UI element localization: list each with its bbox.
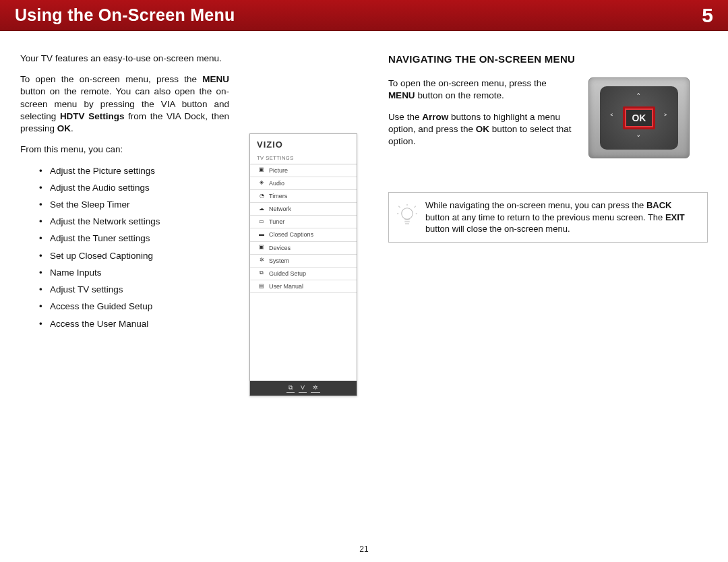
arrow-para: Use the Arrow buttons to highlight a men… [388,111,574,148]
list-item: Set up Closed Captioning [39,250,229,262]
panel-item-label: User Manual [269,282,303,290]
hdtv-settings-bold: HDTV Settings [60,111,125,121]
panel-item-label: Guided Setup [269,270,306,278]
panel-item-label: Audio [269,179,284,187]
panel-item-timers: ◔Timers [250,190,357,203]
dpad: ˄ ˂ OK ˃ ˅ [600,86,678,150]
timer-icon: ◔ [258,193,265,199]
arrow-bold: Arrow [422,112,448,122]
list-item: Adjust the Network settings [39,216,229,228]
panel-item-manual: ▤User Manual [250,280,357,293]
text-fragment: To open the on-screen menu, press the [20,74,202,84]
from-this-menu: From this menu, you can: [20,144,229,156]
network-icon: ☁ [258,206,265,212]
list-item: Adjust TV settings [39,284,229,296]
panel-section-label: TV SETTINGS [250,154,357,164]
panel-item-tuner: ▭Tuner [250,216,357,228]
audio-icon: ◈ [258,180,265,187]
page-title: Using the On-Screen Menu [15,5,235,25]
vizio-logo: VIZIO [250,134,357,154]
arrow-left-icon: ˂ [601,106,623,129]
panel-item-guided: ⧉Guided Setup [250,268,357,280]
remote-dpad-image: ˄ ˂ OK ˃ ˅ [588,77,690,158]
guided-icon: ⧉ [258,270,265,277]
panel-item-label: Closed Captions [269,230,313,239]
text-fragment: To open the on-screen menu, press the [388,78,547,88]
panel-item-system: ✲System [250,255,357,268]
ok-button: OK [623,106,655,129]
panel-items: ▣Picture ◈Audio ◔Timers ☁Network ▭Tuner … [250,164,357,293]
open-instructions: To open the on-screen menu, press the ME… [20,73,229,135]
menu-bold: MENU [388,90,415,100]
list-item: Set the Sleep Timer [39,199,229,211]
tip-text: button at any time to return to the prev… [425,212,665,222]
right-column: NAVIGATING THE ON-SCREEN MENU To open th… [388,53,708,335]
exit-bold: EXIT [665,212,685,222]
text-fragment: Use the [388,112,422,122]
footer-icon: ✲ [311,383,320,393]
tip-box: While navigating the on-screen menu, you… [388,192,708,243]
arrow-down-icon: ˅ [623,129,655,148]
system-icon: ✲ [258,257,265,264]
list-item: Adjust the Tuner settings [39,232,229,245]
svg-line-6 [414,206,415,207]
list-item: Access the User Manual [39,318,229,330]
panel-item-label: Tuner [269,218,284,226]
picture-icon: ▣ [258,167,265,174]
arrow-right-icon: ˃ [655,106,677,129]
text-fragment: button on the remote. [415,90,504,100]
left-column: Your TV features an easy-to-use on-scree… [20,53,361,335]
lightbulb-icon [397,204,417,231]
panel-item-label: Picture [269,166,288,175]
panel-item-audio: ◈Audio [250,177,357,190]
chapter-number: 5 [702,4,713,27]
svg-line-5 [398,206,400,207]
panel-item-cc: ▬Closed Captions [250,228,357,241]
cc-icon: ▬ [258,231,265,238]
nav-row: To open the on-screen menu, press the ME… [388,77,708,158]
section-heading: NAVIGATING THE ON-SCREEN MENU [388,53,708,66]
open-para: To open the on-screen menu, press the ME… [388,77,574,102]
panel-item-network: ☁Network [250,203,357,216]
panel-item-picture: ▣Picture [250,164,357,177]
tip-text: While navigating the on-screen menu, you… [425,200,646,210]
panel-item-devices: ▣Devices [250,242,357,255]
tip-text: button will close the on-screen menu. [425,224,570,234]
text-fragment: . [71,123,73,133]
intro-text: Your TV features an easy-to-use on-scree… [20,53,229,65]
back-bold: BACK [646,200,672,210]
menu-bold: MENU [202,74,229,84]
devices-icon: ▣ [258,245,265,251]
panel-item-label: Network [269,205,291,213]
ok-bold: OK [57,123,71,133]
footer-icon: ⧉ [286,383,295,393]
capabilities-list: Adjust the Picture settings Adjust the A… [39,165,229,330]
tuner-icon: ▭ [258,218,265,225]
svg-point-0 [402,208,413,219]
panel-item-label: Devices [269,244,291,252]
list-item: Adjust the Picture settings [39,165,229,177]
page-number: 21 [0,544,728,554]
tv-settings-panel: VIZIO TV SETTINGS ▣Picture ◈Audio ◔Timer… [249,133,357,396]
arrow-up-icon: ˄ [623,88,655,106]
chapter-header: Using the On-Screen Menu 5 [0,0,728,31]
content-area: Your TV features an easy-to-use on-scree… [0,31,728,335]
ok-bold: OK [476,124,489,134]
panel-item-label: System [269,257,289,265]
list-item: Access the Guided Setup [39,301,229,313]
manual-icon: ▤ [258,283,265,290]
list-item: Adjust the Audio settings [39,182,229,194]
panel-footer: ⧉ V ✲ [250,381,357,396]
nav-text: To open the on-screen menu, press the ME… [388,77,574,158]
footer-icon: V [299,383,307,393]
list-item: Name Inputs [39,267,229,279]
panel-item-label: Timers [269,192,287,200]
